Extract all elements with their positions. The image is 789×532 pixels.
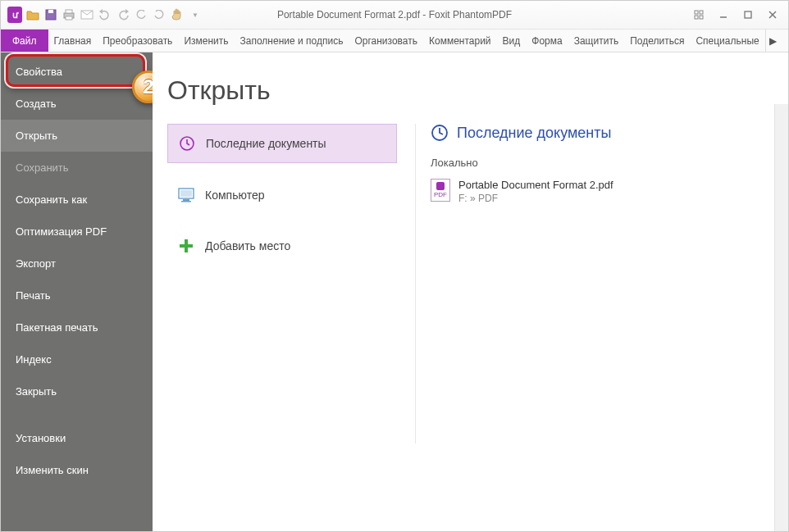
svg-rect-4 <box>66 16 72 20</box>
file-menu-change-skin[interactable]: Изменить скин <box>1 454 153 486</box>
email-icon[interactable] <box>80 7 94 22</box>
tab-home[interactable]: Главная <box>48 30 98 52</box>
file-menu-batch-print[interactable]: Пакетная печать <box>1 311 153 343</box>
open-sources-list: Последние документы Компьютер Добавить м… <box>167 124 397 443</box>
recent-file-path: F: » PDF <box>458 193 613 204</box>
recent-heading-text: Последние документы <box>457 125 611 142</box>
file-menu-sidebar: Свойства Создать Открыть Сохранить Сохра… <box>1 52 153 532</box>
window-title: Portable Document Format 2.pdf - Foxit P… <box>277 9 512 20</box>
redo-history-icon[interactable] <box>152 7 166 22</box>
close-button[interactable] <box>760 6 785 24</box>
svg-rect-11 <box>745 11 751 18</box>
ribbon-collapse-icon[interactable] <box>686 6 711 24</box>
file-menu-open[interactable]: Открыть <box>1 120 153 152</box>
file-menu-print[interactable]: Печать <box>1 280 153 311</box>
file-menu-properties[interactable]: Свойства <box>1 56 153 88</box>
ribbon-tabs: Файл Главная Преобразовать Изменить Запо… <box>1 30 788 52</box>
tab-edit[interactable]: Изменить <box>178 30 234 52</box>
ribbon-overflow-icon[interactable]: ▶ <box>765 30 780 52</box>
tab-comment[interactable]: Комментарий <box>423 30 497 52</box>
quick-access-toolbar: ư ▼ <box>1 7 203 22</box>
pdf-file-icon: PDF <box>431 179 450 202</box>
source-label: Добавить место <box>205 239 290 252</box>
tab-convert[interactable]: Преобразовать <box>97 30 178 52</box>
svg-rect-6 <box>695 11 698 14</box>
tab-view[interactable]: Вид <box>497 30 527 52</box>
app-logo-icon: ư <box>7 7 22 22</box>
clock-icon <box>431 124 449 142</box>
undo-icon[interactable] <box>98 7 112 22</box>
svg-rect-8 <box>695 16 698 19</box>
recent-file-name: Portable Document Format 2.pdf <box>458 179 613 191</box>
print-icon[interactable] <box>62 7 76 22</box>
file-menu-close[interactable]: Закрыть <box>1 375 153 407</box>
tab-organize[interactable]: Организовать <box>349 30 423 52</box>
source-label: Компьютер <box>205 189 264 202</box>
tab-form[interactable]: Форма <box>526 30 568 52</box>
maximize-button[interactable] <box>736 6 760 24</box>
svg-rect-16 <box>180 190 192 197</box>
svg-rect-3 <box>66 10 72 13</box>
vertical-scrollbar[interactable] <box>774 104 788 532</box>
file-menu-optimize[interactable]: Оптимизация PDF <box>1 216 153 248</box>
undo-history-icon[interactable] <box>134 7 148 22</box>
file-menu-preferences[interactable]: Установки <box>1 422 153 454</box>
recent-documents-panel: Последние документы Локально PDF Portabl… <box>415 124 773 443</box>
source-label: Последние документы <box>206 137 326 150</box>
svg-rect-1 <box>48 10 53 13</box>
svg-rect-9 <box>700 16 703 19</box>
redo-icon[interactable] <box>116 7 130 22</box>
hand-tool-icon[interactable] <box>170 7 185 22</box>
tab-fill-sign[interactable]: Заполнение и подпись <box>235 30 349 52</box>
file-menu-export[interactable]: Экспорт <box>1 248 153 280</box>
file-menu-create[interactable]: Создать <box>1 88 153 120</box>
recent-group-title: Локально <box>431 157 773 169</box>
source-recent-documents[interactable]: Последние документы <box>167 124 397 163</box>
file-menu-index[interactable]: Индекс <box>1 343 153 375</box>
open-icon[interactable] <box>25 7 40 22</box>
recent-documents-heading: Последние документы <box>431 124 773 142</box>
clock-icon <box>178 134 196 152</box>
computer-icon <box>177 186 195 204</box>
source-add-place[interactable]: Добавить место <box>167 227 397 265</box>
file-menu-save-as[interactable]: Сохранить как <box>1 184 153 216</box>
recent-file-item[interactable]: PDF Portable Document Format 2.pdf F: » … <box>431 175 773 207</box>
svg-rect-7 <box>700 11 703 14</box>
open-heading: Открыть <box>167 75 773 106</box>
open-panel: Открыть Последние документы Компьютер <box>153 52 788 532</box>
file-menu-save: Сохранить <box>1 152 153 184</box>
plus-icon <box>177 237 195 255</box>
svg-rect-20 <box>180 244 193 248</box>
minimize-button[interactable] <box>711 6 736 24</box>
tab-protect[interactable]: Защитить <box>568 30 624 52</box>
tab-special[interactable]: Специальные <box>690 30 764 52</box>
tab-share[interactable]: Поделиться <box>624 30 690 52</box>
svg-rect-18 <box>181 201 191 202</box>
svg-rect-17 <box>183 199 189 201</box>
save-icon[interactable] <box>43 7 58 22</box>
title-bar: ư ▼ Portable Document Format 2.pdf - Fox… <box>1 1 788 30</box>
source-computer[interactable]: Компьютер <box>167 176 397 214</box>
tab-file[interactable]: Файл <box>1 30 48 52</box>
dropdown-icon[interactable]: ▼ <box>188 7 203 22</box>
